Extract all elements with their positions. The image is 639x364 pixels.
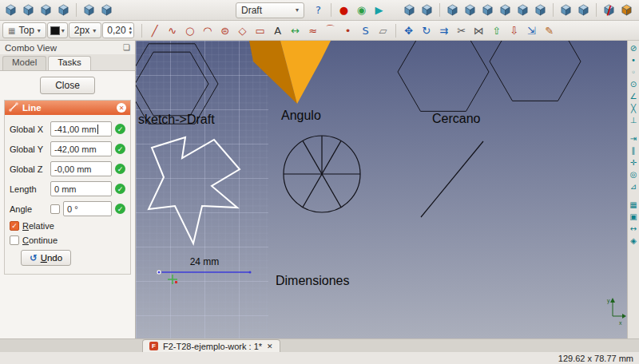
std-view-front-icon[interactable] bbox=[444, 2, 461, 18]
draft-point-icon[interactable]: • bbox=[339, 22, 356, 39]
std-view-bottom-icon[interactable] bbox=[514, 2, 531, 18]
label-dimensiones[interactable]: Dimensiones bbox=[276, 274, 349, 287]
std-view-top-icon[interactable] bbox=[462, 2, 478, 18]
draft-wire-icon[interactable]: ∿ bbox=[164, 22, 181, 39]
view-fit-icon[interactable] bbox=[2, 2, 19, 18]
label-angulo[interactable]: Angulo bbox=[281, 109, 321, 122]
tab-model[interactable]: Model bbox=[2, 56, 46, 70]
view-right-icon[interactable] bbox=[81, 2, 97, 18]
snap-grid-icon[interactable]: ▦ bbox=[629, 200, 639, 210]
draft-circle-icon[interactable]: ○ bbox=[181, 22, 198, 39]
length-input[interactable]: 0 mm bbox=[50, 181, 112, 196]
view-front-icon[interactable] bbox=[55, 2, 72, 18]
undo-icon: ↺ bbox=[30, 252, 38, 263]
draft-bezier-icon[interactable]: ⌒ bbox=[322, 22, 339, 39]
snap-center-icon[interactable]: ⊙ bbox=[629, 79, 639, 89]
global-x-value: -41,00 mm bbox=[54, 125, 97, 134]
view-top-icon[interactable] bbox=[38, 2, 54, 18]
snap-intersection-icon[interactable]: ╳ bbox=[629, 103, 639, 113]
view-axonometric-icon[interactable] bbox=[98, 2, 115, 18]
snap-extension-icon[interactable]: ⇥ bbox=[629, 133, 639, 144]
draft-facebinder-icon[interactable]: ▱ bbox=[375, 22, 391, 39]
std-view-fit-icon[interactable] bbox=[401, 2, 418, 18]
snap-endpoint-icon[interactable]: • bbox=[629, 55, 639, 65]
std-view-rear-icon[interactable] bbox=[497, 2, 514, 18]
whats-this-icon[interactable]: ? bbox=[310, 2, 327, 18]
global-x-input[interactable]: -41,00 mm bbox=[50, 121, 112, 136]
draft-shapestring-icon[interactable]: S bbox=[357, 22, 374, 39]
spin-down-icon[interactable]: ▾ bbox=[129, 30, 133, 35]
std-view-right-icon[interactable] bbox=[479, 2, 496, 18]
snap-lock-icon[interactable]: ⊘ bbox=[629, 43, 639, 53]
snap-dimensions-icon[interactable]: ↔ bbox=[629, 224, 639, 234]
snap-working-plane-icon[interactable]: ▣ bbox=[629, 212, 639, 222]
combo-view-tabs: Model Tasks bbox=[0, 54, 135, 71]
angle-lock-checkbox[interactable] bbox=[50, 204, 60, 214]
draft-trim-icon[interactable]: ✂ bbox=[453, 22, 470, 39]
view-rotate-left-icon[interactable] bbox=[558, 2, 574, 18]
draft-scale-icon[interactable]: ⇲ bbox=[523, 22, 540, 39]
snap-angle-icon[interactable]: ∠ bbox=[629, 91, 639, 101]
view-rotate-right-icon[interactable] bbox=[575, 2, 592, 18]
draft-move-icon[interactable]: ✥ bbox=[400, 22, 417, 39]
tab-tasks[interactable]: Tasks bbox=[48, 56, 90, 70]
close-task-button[interactable]: Close bbox=[40, 77, 95, 94]
std-view-axonometric-icon[interactable] bbox=[419, 2, 435, 18]
view-clipping-icon[interactable]: ∕ bbox=[601, 2, 617, 18]
dimension-text: 24 mm bbox=[190, 256, 220, 267]
snap-parallel-icon[interactable]: ∥ bbox=[629, 145, 639, 156]
viewport-canvas[interactable]: sketch->Draft Angulo Cercano bbox=[136, 41, 627, 338]
view-isometric-icon[interactable] bbox=[20, 2, 37, 18]
draft-arc-icon[interactable]: ◠ bbox=[199, 22, 216, 39]
draft-bspline-icon[interactable]: ≈ bbox=[304, 22, 321, 39]
task-close-icon[interactable]: ✕ bbox=[117, 103, 126, 113]
tab-close-icon[interactable]: ✕ bbox=[267, 342, 273, 350]
draft-rotate-icon[interactable]: ↻ bbox=[418, 22, 435, 39]
global-y-input[interactable]: -42,00 mm bbox=[50, 141, 112, 156]
draft-join-icon[interactable]: ⋈ bbox=[470, 22, 487, 39]
macro-record-icon[interactable]: ● bbox=[335, 2, 352, 18]
toggle-grid-icon[interactable]: ◈ bbox=[629, 235, 639, 246]
3d-viewport[interactable]: sketch->Draft Angulo Cercano bbox=[136, 41, 627, 338]
relative-label: Relative bbox=[22, 221, 54, 231]
label-sketch-draft[interactable]: sketch->Draft bbox=[138, 113, 215, 126]
draft-dimension-icon[interactable]: ↔ bbox=[287, 22, 304, 39]
snap-near-icon[interactable]: ◎ bbox=[629, 169, 639, 180]
working-plane-selector[interactable]: ▦ Top ▾ bbox=[2, 22, 46, 38]
angle-input[interactable]: 0 ° bbox=[63, 201, 112, 216]
line-color-picker[interactable]: ▾ bbox=[47, 22, 68, 38]
macro-play-icon[interactable]: ▶ bbox=[371, 2, 387, 18]
draft-rectangle-icon[interactable]: ▭ bbox=[252, 22, 268, 39]
chevron-down-icon: ▾ bbox=[62, 27, 65, 34]
document-tab[interactable]: F F2-T28-ejemplo-work : 1* ✕ bbox=[142, 339, 280, 352]
draft-text-icon[interactable]: A bbox=[269, 22, 286, 39]
relative-checkbox[interactable]: ✓ bbox=[10, 221, 19, 231]
scale-spinbox[interactable]: 0,20 ▴ ▾ bbox=[102, 22, 134, 38]
continue-checkbox[interactable] bbox=[10, 235, 19, 245]
draft-ellipse-icon[interactable]: ⊜ bbox=[216, 22, 233, 39]
draft-downgrade-icon[interactable]: ⇩ bbox=[506, 22, 522, 39]
line-width-selector[interactable]: 2px ▾ bbox=[69, 22, 101, 38]
label-cercano[interactable]: Cercano bbox=[432, 112, 481, 125]
draft-line-icon[interactable]: ╱ bbox=[146, 22, 163, 39]
workbench-selector[interactable]: Draft ▾ bbox=[236, 2, 304, 18]
undo-button[interactable]: ↺ Undo bbox=[21, 250, 71, 266]
snap-perpendicular-icon[interactable]: ⊥ bbox=[629, 115, 639, 125]
draft-polygon-icon[interactable]: ◇ bbox=[234, 22, 251, 39]
std-view-left-icon[interactable] bbox=[532, 2, 549, 18]
snap-midpoint-icon[interactable]: ◦ bbox=[629, 67, 639, 77]
snap-special-icon[interactable]: ✛ bbox=[629, 157, 639, 168]
draft-offset-icon[interactable]: ⇉ bbox=[435, 22, 452, 39]
panel-float-icon[interactable]: ❏ bbox=[123, 43, 130, 52]
global-z-input[interactable]: -0,00 mm bbox=[50, 161, 112, 176]
draft-edit-icon[interactable]: ✎ bbox=[541, 22, 558, 39]
task-title: Line bbox=[22, 103, 42, 113]
spinner-arrows[interactable]: ▴ ▾ bbox=[129, 26, 133, 35]
snap-ortho-icon[interactable]: ⊿ bbox=[629, 181, 639, 192]
chevron-down-icon: ▾ bbox=[38, 27, 41, 34]
macro-stop-icon[interactable]: ◉ bbox=[353, 2, 370, 18]
toolbar-separator bbox=[553, 3, 554, 17]
draft-upgrade-icon[interactable]: ⇧ bbox=[488, 22, 505, 39]
view-texture-icon[interactable] bbox=[618, 2, 635, 18]
global-x-label: Global X bbox=[10, 125, 47, 134]
